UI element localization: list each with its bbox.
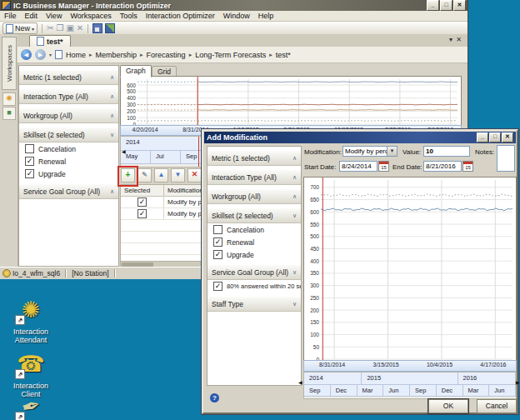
document-tab[interactable]: test*	[29, 35, 71, 47]
timeline-year: 2016	[458, 372, 516, 385]
breadcrumb-item[interactable]: Long-Term Forecasts	[195, 51, 266, 59]
row-checkbox[interactable]	[138, 198, 147, 207]
tab-list-dropdown-icon[interactable]: ▾	[449, 36, 452, 43]
checkbox[interactable]	[25, 169, 34, 178]
close-button[interactable]: ✕	[453, 0, 466, 11]
notes-label: Notes:	[475, 148, 494, 156]
end-date-calendar-icon[interactable]: 15	[462, 161, 473, 172]
menu-item[interactable]: Help	[254, 12, 278, 20]
chevron-icon: ∨	[292, 301, 297, 308]
delete-icon[interactable]: ✕	[77, 23, 83, 33]
breadcrumb-item[interactable]: test*	[276, 51, 291, 59]
new-button[interactable]: New ▾	[2, 22, 38, 34]
timeline-month: Sep	[304, 385, 331, 397]
maximize-button[interactable]: □	[440, 0, 452, 11]
chevron-icon: ∨	[292, 269, 297, 276]
help-icon[interactable]: ?	[210, 393, 219, 402]
cancel-button[interactable]: Cancel	[477, 399, 517, 413]
edit-modification-button[interactable]: ✎	[138, 168, 152, 182]
workspace-icon[interactable]	[105, 23, 115, 33]
filter-section-header-skillset[interactable]: Skillset (2 selected) ∨	[208, 208, 301, 223]
forward-button[interactable]: ▶	[35, 49, 46, 60]
skillset-option[interactable]: Cancelation	[208, 223, 301, 236]
minimize-button[interactable]: _	[427, 0, 439, 11]
workspaces-vertical-tab[interactable]: Workspaces	[2, 37, 17, 90]
timeline-scroll-left-icon[interactable]: ◀	[298, 379, 302, 385]
filter-section-header[interactable]: Workgroup (All) ∧	[19, 108, 118, 123]
filter-section-header-skillset[interactable]: Skillset (2 selected) ∨	[19, 127, 118, 142]
timeline-month: Mar	[463, 385, 490, 397]
workspace-shortcut-icon[interactable]: ✺	[2, 92, 16, 106]
desktop-icon-partial[interactable]: ✒ ↗	[2, 393, 60, 420]
dialog-maximize-button[interactable]: □	[489, 132, 501, 142]
end-date-input[interactable]: 8/21/2016	[423, 161, 462, 172]
combo-dropdown-icon[interactable]: ▼	[387, 147, 397, 156]
checkbox[interactable]	[213, 250, 222, 259]
timeline-scroll-left-icon[interactable]: ◀	[122, 148, 126, 154]
dialog-minimize-button[interactable]: _	[477, 132, 488, 142]
breadcrumb-separator-icon: ▸	[189, 52, 192, 58]
filter-section-header-service-goal[interactable]: Service Goal Group (All) ∨	[208, 264, 301, 280]
menu-item[interactable]: Interaction Optimizer	[142, 12, 219, 20]
main-titlebar[interactable]: IC Business Manager - Interaction Optimi…	[0, 0, 468, 11]
filter-section-header[interactable]: Interaction Type (All) ∧	[19, 88, 118, 104]
value-input[interactable]: 10	[423, 146, 470, 157]
service-goal-option[interactable]: 80% answered within 20 second(s	[208, 280, 301, 292]
row-checkbox[interactable]	[138, 209, 147, 218]
dialog-close-button[interactable]: ✕	[502, 132, 513, 142]
move-down-button[interactable]: ▼	[171, 168, 185, 182]
checkbox[interactable]	[213, 225, 222, 234]
start-date-calendar-icon[interactable]: 15	[378, 161, 389, 172]
menu-item[interactable]: View	[42, 12, 66, 20]
timeline-year: 2015	[362, 372, 458, 385]
menu-item[interactable]: Edit	[21, 12, 42, 20]
tab-close-icon[interactable]: ✕	[456, 36, 462, 43]
checkbox[interactable]	[213, 238, 222, 247]
save-icon[interactable]	[92, 23, 102, 33]
preview-timeline[interactable]: 201420152016 SepDecMarJunSepDecMarJun	[303, 372, 517, 399]
desktop-icon-interaction-attendant[interactable]: ✺ ↗ InteractionAttendant	[2, 297, 60, 344]
timeline-month: Sep	[410, 385, 437, 397]
annotation-highlight-add-button	[118, 166, 138, 187]
cut-icon[interactable]: ✂	[47, 23, 53, 33]
filter-section-header-service-goal[interactable]: Service Goal Group (All) ∧	[19, 183, 118, 199]
optimizer-shortcut-icon[interactable]: ■	[2, 107, 16, 120]
checkbox[interactable]	[213, 282, 222, 291]
skillset-option[interactable]: Upgrade	[19, 168, 118, 180]
start-date-input[interactable]: 8/24/2014	[339, 161, 378, 172]
menu-item[interactable]: Workspaces	[66, 12, 115, 20]
dialog-titlebar[interactable]: Add Modification _ □ ✕	[204, 132, 516, 143]
x-axis-tick-label: 4/20/2014	[132, 127, 158, 132]
skillset-option[interactable]: Renewal	[19, 155, 118, 168]
filter-section-header[interactable]: Workgroup (All) ∧	[208, 188, 301, 204]
breadcrumb-item[interactable]: Membership	[96, 51, 138, 59]
tab-graph[interactable]: Graph	[120, 65, 152, 78]
delete-modification-button[interactable]: ✕	[188, 168, 202, 182]
skillset-option[interactable]: Cancelation	[19, 142, 118, 155]
back-button[interactable]: ◀	[21, 49, 32, 60]
svg-text:200: 200	[127, 108, 136, 114]
filter-section-header[interactable]: Interaction Type (All) ∧	[208, 169, 301, 185]
notes-input[interactable]	[497, 145, 515, 172]
filter-section-header[interactable]: Metric (1 selected) ∧	[19, 69, 118, 85]
modification-select[interactable]: Modify by percent ▼	[342, 146, 398, 157]
menu-item[interactable]: File	[0, 12, 21, 20]
breadcrumb-item[interactable]: Forecasting	[147, 51, 186, 59]
timeline-scroll-right-icon[interactable]: ▶	[516, 379, 520, 385]
checkbox[interactable]	[25, 157, 34, 166]
copy-icon[interactable]: ❐	[56, 23, 63, 33]
skillset-option[interactable]: Renewal	[208, 236, 301, 248]
history-dropdown-icon[interactable]: ▾	[49, 52, 52, 58]
paste-icon[interactable]: ▣	[66, 23, 73, 33]
menu-item[interactable]: Tools	[116, 12, 142, 20]
x-axis-tick-label: 10/4/2015	[427, 362, 452, 368]
move-up-button[interactable]: ▲	[154, 168, 168, 182]
checkbox[interactable]	[25, 144, 34, 153]
desktop-icon-interaction-client[interactable]: ☎ ↗ InteractionClient	[2, 351, 60, 398]
breadcrumb-item[interactable]: Home	[66, 51, 86, 59]
menu-item[interactable]: Window	[219, 12, 254, 20]
ok-button[interactable]: OK	[428, 399, 468, 413]
skillset-option[interactable]: Upgrade	[208, 248, 301, 261]
filter-section-header-staff-type[interactable]: Staff Type ∨	[208, 296, 301, 312]
filter-section-header[interactable]: Metric (1 selected) ∧	[208, 150, 301, 166]
